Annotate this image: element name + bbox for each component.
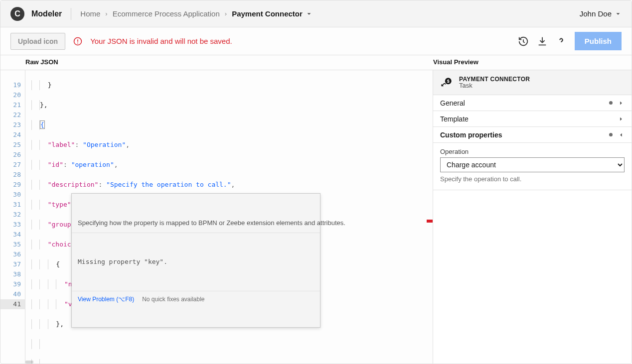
tab-visual-preview: Visual Preview <box>433 55 478 70</box>
accordion-custom-properties[interactable]: Custom properties <box>433 127 632 143</box>
breadcrumb-app[interactable]: Ecommerce Process Application <box>113 9 220 18</box>
accordion-label: Custom properties <box>440 131 502 139</box>
tab-raw-json: Raw JSON <box>0 55 433 70</box>
payment-connector-icon: $ <box>440 76 453 89</box>
status-dot-icon <box>609 133 613 136</box>
app-logo[interactable]: C <box>10 7 24 21</box>
app-name: Modeler <box>31 9 62 18</box>
custom-properties-body: Operation Charge account Specify the ope… <box>433 143 632 190</box>
tooltip-hint: No quick fixes available <box>142 294 204 304</box>
tooltip-description: Specifying how the property is mapped to… <box>72 214 320 233</box>
validation-error-message: Your JSON is invalid and will not be sav… <box>90 37 232 45</box>
toolbar: Upload icon Your JSON is invalid and wil… <box>0 27 632 55</box>
horizontal-scrollbar-thumb[interactable] <box>25 361 33 364</box>
chevron-right-icon <box>618 100 625 107</box>
chevron-right-icon <box>618 116 625 122</box>
accordion-general[interactable]: General <box>433 95 632 111</box>
svg-point-2 <box>77 42 78 43</box>
breadcrumb-sep: › <box>225 10 227 17</box>
preview-header: $ PAYMENT CONNECTOR Task <box>433 70 632 95</box>
publish-button[interactable]: Publish <box>575 32 622 50</box>
line-gutter: 1920212223242526272829303132333435363738… <box>0 70 25 364</box>
breadcrumb-current[interactable]: Payment Connector <box>232 9 303 18</box>
code-hover-tooltip: Specifying how the property is mapped to… <box>71 193 320 328</box>
code-content[interactable]: } }, { "label": "Operation", "id": "oper… <box>25 70 433 364</box>
chevron-down-icon[interactable] <box>615 10 622 17</box>
chevron-down-icon <box>618 131 625 138</box>
alert-icon <box>73 37 82 46</box>
view-problem-link[interactable]: View Problem (⌥F8) <box>78 294 134 304</box>
chevron-down-icon[interactable] <box>306 10 313 17</box>
main-area: 1920212223242526272829303132333435363738… <box>0 70 632 364</box>
accordion-label: Template <box>440 115 469 123</box>
accordion-template[interactable]: Template <box>433 111 632 127</box>
code-editor[interactable]: 1920212223242526272829303132333435363738… <box>0 70 433 364</box>
user-menu[interactable]: John Doe <box>580 9 612 18</box>
svg-text:$: $ <box>447 79 450 84</box>
breadcrumb-sep: › <box>105 10 107 17</box>
breadcrumb-home[interactable]: Home <box>80 9 100 18</box>
accordion-label: General <box>440 99 465 107</box>
divider <box>71 8 71 20</box>
history-icon[interactable] <box>518 36 529 47</box>
upload-icon-button[interactable]: Upload icon <box>10 33 65 50</box>
operation-label: Operation <box>440 148 625 155</box>
app-header: C Modeler Home › Ecommerce Process Appli… <box>0 0 632 27</box>
visual-preview-panel: $ PAYMENT CONNECTOR Task General Templat… <box>433 70 632 364</box>
status-dot-icon <box>609 101 613 105</box>
preview-subtitle: Task <box>459 82 530 89</box>
operation-help-text: Specify the operation to call. <box>440 175 625 183</box>
operation-select[interactable]: Charge account <box>440 157 625 172</box>
panel-tabs: Raw JSON Visual Preview <box>0 55 632 70</box>
overview-ruler-error-mark[interactable] <box>427 220 433 223</box>
tooltip-error: Missing property "key". <box>72 253 320 271</box>
help-icon[interactable] <box>556 36 567 47</box>
download-icon[interactable] <box>537 36 548 47</box>
